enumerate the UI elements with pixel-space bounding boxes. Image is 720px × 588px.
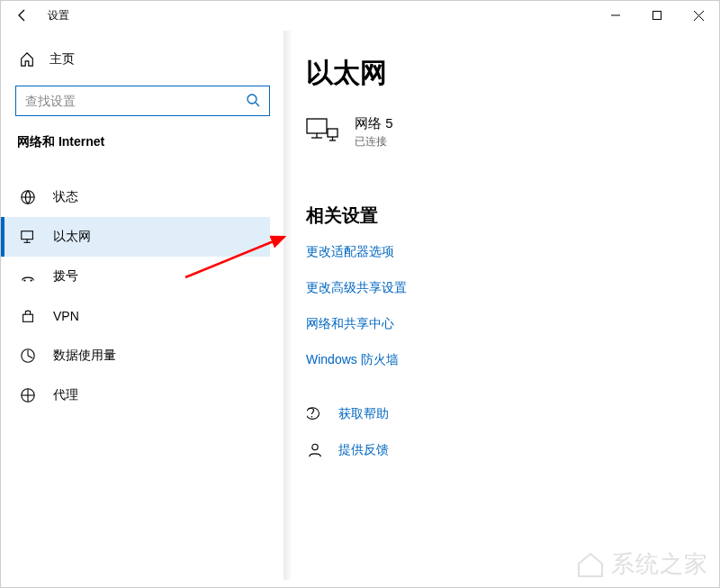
close-button[interactable] (678, 1, 719, 30)
sidebar-item-label: 状态 (53, 189, 78, 205)
network-item[interactable]: 网络 5 已连接 (306, 115, 698, 149)
feedback-icon (306, 442, 324, 458)
search-icon (246, 93, 260, 110)
status-icon (19, 189, 37, 205)
network-status: 已连接 (355, 134, 393, 149)
link-sharing-settings[interactable]: 更改高级共享设置 (306, 280, 698, 296)
sidebar-item-label: 代理 (53, 387, 78, 403)
network-icon (306, 118, 338, 148)
feedback-row[interactable]: 提供反馈 (306, 442, 698, 458)
main-content: 以太网 网络 5 已连接 相关设置 更改适配器选项 更改高级共享设置 网络和共享… (284, 30, 719, 587)
svg-rect-1 (653, 12, 662, 20)
minimize-button[interactable] (595, 1, 636, 30)
ethernet-icon (19, 229, 37, 245)
sidebar-item-label: 拨号 (53, 268, 78, 285)
svg-point-11 (23, 279, 25, 281)
sidebar-item-dialup[interactable]: 拨号 (1, 257, 270, 296)
svg-rect-21 (328, 129, 338, 137)
search-box[interactable] (15, 86, 270, 116)
sidebar: 主页 网络和 Internet 状态 以太网 拨号 (1, 30, 284, 587)
window-title: 设置 (48, 8, 69, 23)
svg-rect-13 (23, 314, 33, 321)
svg-rect-8 (22, 231, 33, 240)
sidebar-item-label: 数据使用量 (53, 348, 116, 364)
sidebar-item-vpn[interactable]: VPN (1, 296, 270, 336)
link-adapter-options[interactable]: 更改适配器选项 (306, 244, 698, 260)
window-controls (595, 1, 719, 30)
watermark: 系统之家 (575, 548, 708, 580)
svg-rect-18 (307, 119, 327, 133)
sidebar-item-ethernet[interactable]: 以太网 (1, 217, 270, 257)
sidebar-item-status[interactable]: 状态 (1, 177, 270, 217)
svg-line-5 (256, 103, 259, 106)
back-button[interactable] (1, 1, 44, 30)
related-settings-title: 相关设置 (306, 204, 698, 228)
sidebar-item-datausage[interactable]: 数据使用量 (1, 336, 270, 375)
category-label: 网络和 Internet (15, 134, 270, 150)
get-help-link: 获取帮助 (338, 406, 389, 422)
get-help-row[interactable]: 获取帮助 (306, 406, 698, 422)
maximize-button[interactable] (636, 1, 678, 30)
help-icon (306, 406, 324, 422)
link-network-center[interactable]: 网络和共享中心 (306, 316, 698, 332)
network-name: 网络 5 (355, 115, 393, 132)
home-label: 主页 (50, 51, 75, 68)
proxy-icon (19, 387, 37, 403)
home-button[interactable]: 主页 (15, 44, 270, 75)
sidebar-item-proxy[interactable]: 代理 (1, 375, 270, 415)
dialup-icon (19, 268, 37, 285)
vpn-icon (19, 308, 37, 324)
sidebar-item-label: 以太网 (53, 229, 91, 245)
svg-point-26 (312, 444, 318, 449)
svg-point-4 (248, 95, 256, 104)
home-icon (17, 51, 37, 68)
search-input[interactable] (25, 94, 246, 108)
datausage-icon (19, 348, 37, 364)
link-firewall[interactable]: Windows 防火墙 (306, 352, 698, 368)
sidebar-item-label: VPN (53, 309, 79, 323)
titlebar: 设置 (1, 1, 719, 30)
svg-point-12 (31, 279, 32, 281)
svg-point-24 (311, 416, 313, 418)
page-title: 以太网 (306, 55, 698, 92)
feedback-link: 提供反馈 (338, 442, 389, 458)
